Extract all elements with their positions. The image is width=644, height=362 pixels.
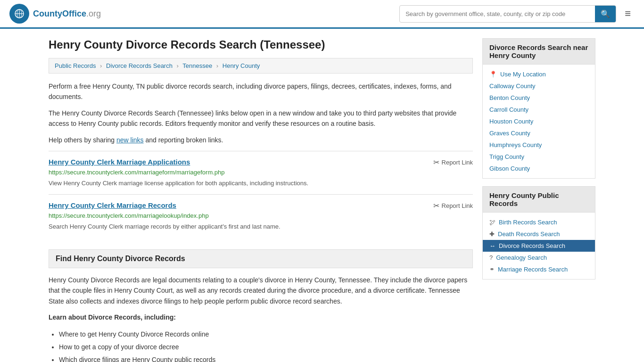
calloway-link[interactable]: Calloway County [489, 82, 536, 90]
nearby-section: Divorce Records Search near Henry County… [482, 38, 595, 179]
hamburger-button[interactable]: ≡ [621, 6, 635, 22]
content-area: Henry County Divorce Records Search (Ten… [49, 38, 473, 362]
use-my-location-link[interactable]: Use My Location [500, 71, 546, 78]
nearby-benton[interactable]: Benton County [483, 92, 595, 104]
new-links-link[interactable]: new links [116, 136, 144, 144]
list-item: Where to get Henry County Divorce Record… [59, 329, 473, 340]
sidebar-marriage-records[interactable]: ⚭ Marriage Records Search [483, 263, 595, 275]
breadcrumb-henry-county[interactable]: Henry County [223, 62, 260, 69]
location-pin-icon: 📍 [489, 71, 497, 78]
learn-heading: Learn about Divorce Records, including: [49, 312, 473, 322]
logo-text: CountyOffice.org [33, 9, 101, 19]
search-button[interactable]: 🔍 [595, 6, 616, 22]
nearby-list: 📍 Use My Location Calloway County Benton… [483, 65, 595, 178]
report-link-2[interactable]: ✂ Report Link [433, 201, 473, 210]
site-header: CountyOffice.org 🔍 ≡ [0, 0, 644, 29]
houston-link[interactable]: Houston County [489, 118, 533, 125]
page-title: Henry County Divorce Records Search (Ten… [49, 38, 473, 51]
list-item: Which divorce filings are Henry County p… [59, 354, 473, 362]
sidebar: Divorce Records Search near Henry County… [482, 38, 595, 362]
result-desc-1: View Henry County Clerk marriage license… [49, 179, 473, 188]
gibson-link[interactable]: Gibson County [489, 165, 530, 172]
logo-icon [9, 4, 29, 24]
report-icon-2: ✂ [433, 201, 439, 210]
death-icon: ✚ [489, 230, 495, 238]
result-url-1: https://secure.tncountyclerk.com/marriag… [49, 169, 473, 176]
sidebar-birth-records[interactable]: 🕊 Birth Records Search [483, 216, 595, 228]
divorce-icon: ↔ [489, 242, 495, 249]
graves-link[interactable]: Graves County [489, 130, 530, 137]
breadcrumb-tennessee[interactable]: Tennessee [182, 62, 212, 69]
intro-paragraph-3: Help others by sharing new links and rep… [49, 135, 473, 145]
sidebar-death-records[interactable]: ✚ Death Records Search [483, 228, 595, 240]
list-item: How to get a copy of your divorce decree [59, 341, 473, 353]
learn-bullets-list: Where to get Henry County Divorce Record… [49, 329, 473, 362]
search-bar[interactable]: 🔍 [399, 5, 616, 23]
birth-records-link[interactable]: Birth Records Search [499, 219, 557, 226]
divorce-records-link[interactable]: Divorce Records Search [499, 242, 565, 249]
public-records-list: 🕊 Birth Records Search ✚ Death Records S… [483, 213, 595, 279]
result-desc-2: Search Henry County Clerk marriage recor… [49, 222, 473, 231]
section-body-text: Henry County Divorce Records are legal d… [49, 275, 473, 306]
breadcrumb: Public Records › Divorce Records Search … [49, 58, 473, 74]
nearby-gibson[interactable]: Gibson County [483, 163, 595, 174]
nearby-section-title: Divorce Records Search near Henry County [483, 39, 595, 65]
nearby-houston[interactable]: Houston County [483, 115, 595, 127]
humphreys-link[interactable]: Humphreys County [489, 141, 542, 148]
death-records-link[interactable]: Death Records Search [498, 230, 560, 238]
result-card-1: Henry County Clerk Marriage Applications… [49, 151, 473, 195]
logo-area: CountyOffice.org [9, 4, 101, 24]
nearby-carroll[interactable]: Carroll County [483, 104, 595, 115]
intro-paragraph-2: The Henry County Divorce Records Search … [49, 108, 473, 129]
trigg-link[interactable]: Trigg County [489, 153, 524, 160]
sidebar-divorce-records[interactable]: ↔ Divorce Records Search [483, 240, 595, 252]
nearby-trigg[interactable]: Trigg County [483, 151, 595, 163]
breadcrumb-divorce-records[interactable]: Divorce Records Search [106, 62, 173, 69]
result-card-2: Henry County Clerk Marriage Records ✂ Re… [49, 194, 473, 238]
nearby-use-my-location[interactable]: 📍 Use My Location [483, 68, 595, 80]
breadcrumb-public-records[interactable]: Public Records [55, 62, 96, 69]
result-url-2: https://secure.tncountyclerk.com/marriag… [49, 212, 473, 219]
marriage-records-link[interactable]: Marriage Records Search [498, 266, 568, 273]
header-right: 🔍 ≡ [399, 5, 635, 23]
benton-link[interactable]: Benton County [489, 94, 530, 101]
nearby-humphreys[interactable]: Humphreys County [483, 139, 595, 151]
genealogy-link[interactable]: Genealogy Search [496, 254, 547, 261]
public-records-section: Henry County Public Records 🕊 Birth Reco… [482, 186, 595, 280]
birth-icon: 🕊 [489, 219, 495, 226]
intro-paragraph-1: Perform a free Henry County, TN public d… [49, 81, 473, 102]
result-title-2[interactable]: Henry County Clerk Marriage Records [49, 201, 176, 209]
section-heading: Find Henry County Divorce Records [49, 249, 473, 268]
marriage-icon: ⚭ [489, 266, 495, 273]
report-link-1[interactable]: ✂ Report Link [433, 158, 473, 167]
main-container: Henry County Divorce Records Search (Ten… [39, 29, 605, 362]
genealogy-icon: ? [489, 254, 493, 261]
sidebar-genealogy[interactable]: ? Genealogy Search [483, 252, 595, 263]
public-records-section-title: Henry County Public Records [483, 187, 595, 213]
carroll-link[interactable]: Carroll County [489, 106, 528, 113]
search-input[interactable] [400, 7, 595, 21]
result-title-1[interactable]: Henry County Clerk Marriage Applications [49, 158, 190, 166]
nearby-calloway[interactable]: Calloway County [483, 80, 595, 92]
nearby-graves[interactable]: Graves County [483, 127, 595, 139]
report-icon-1: ✂ [433, 158, 439, 167]
